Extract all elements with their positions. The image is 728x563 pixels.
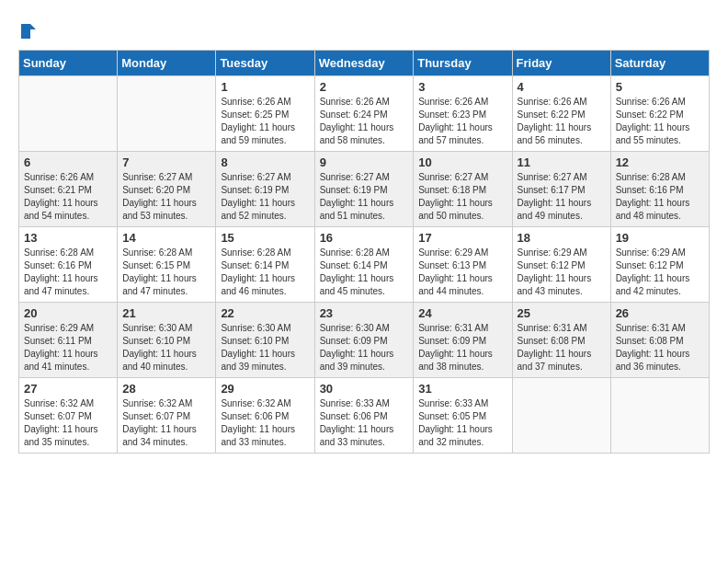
day-number: 15 [221, 231, 309, 245]
calendar-cell [512, 377, 610, 453]
day-number: 8 [221, 155, 309, 169]
logo [18, 18, 38, 40]
day-info: Sunrise: 6:31 AM Sunset: 6:08 PM Dayligh… [518, 322, 606, 373]
weekday-header-sunday: Sunday [19, 50, 118, 75]
day-number: 3 [418, 80, 506, 94]
day-number: 20 [24, 306, 112, 320]
calendar-cell: 7Sunrise: 6:27 AM Sunset: 6:20 PM Daylig… [118, 151, 216, 226]
weekday-header-wednesday: Wednesday [314, 50, 414, 75]
calendar-cell: 14Sunrise: 6:28 AM Sunset: 6:15 PM Dayli… [118, 226, 216, 302]
calendar-cell [118, 75, 216, 151]
day-info: Sunrise: 6:26 AM Sunset: 6:21 PM Dayligh… [24, 171, 112, 223]
day-info: Sunrise: 6:32 AM Sunset: 6:06 PM Dayligh… [221, 397, 309, 449]
calendar-cell: 3Sunrise: 6:26 AM Sunset: 6:23 PM Daylig… [414, 75, 512, 151]
calendar-cell: 23Sunrise: 6:30 AM Sunset: 6:09 PM Dayli… [314, 302, 414, 377]
day-number: 5 [616, 80, 704, 94]
day-number: 27 [24, 382, 112, 396]
day-info: Sunrise: 6:26 AM Sunset: 6:23 PM Dayligh… [418, 96, 506, 147]
calendar-cell: 12Sunrise: 6:28 AM Sunset: 6:16 PM Dayli… [610, 151, 709, 226]
day-number: 22 [221, 306, 309, 320]
day-number: 6 [24, 155, 112, 169]
day-info: Sunrise: 6:28 AM Sunset: 6:14 PM Dayligh… [320, 247, 409, 298]
day-info: Sunrise: 6:29 AM Sunset: 6:11 PM Dayligh… [24, 322, 112, 373]
weekday-header-tuesday: Tuesday [216, 50, 314, 75]
day-number: 4 [518, 80, 606, 94]
weekday-header-thursday: Thursday [414, 50, 512, 75]
logo-icon [19, 22, 38, 40]
day-number: 2 [320, 80, 409, 94]
calendar-cell: 4Sunrise: 6:26 AM Sunset: 6:22 PM Daylig… [512, 75, 610, 151]
page-header [18, 18, 710, 40]
calendar-header-row: SundayMondayTuesdayWednesdayThursdayFrid… [19, 50, 710, 75]
day-info: Sunrise: 6:28 AM Sunset: 6:15 PM Dayligh… [122, 247, 210, 298]
day-info: Sunrise: 6:33 AM Sunset: 6:05 PM Dayligh… [418, 397, 506, 449]
day-number: 11 [518, 155, 606, 169]
day-info: Sunrise: 6:29 AM Sunset: 6:13 PM Dayligh… [418, 247, 506, 298]
day-info: Sunrise: 6:28 AM Sunset: 6:14 PM Dayligh… [221, 247, 309, 298]
calendar-table: SundayMondayTuesdayWednesdayThursdayFrid… [18, 50, 710, 454]
day-number: 7 [122, 155, 210, 169]
calendar-cell: 30Sunrise: 6:33 AM Sunset: 6:06 PM Dayli… [314, 377, 414, 453]
day-info: Sunrise: 6:32 AM Sunset: 6:07 PM Dayligh… [122, 397, 210, 449]
calendar-cell: 13Sunrise: 6:28 AM Sunset: 6:16 PM Dayli… [19, 226, 118, 302]
day-number: 28 [122, 382, 210, 396]
day-number: 13 [24, 231, 112, 245]
day-number: 29 [221, 382, 309, 396]
calendar-cell: 29Sunrise: 6:32 AM Sunset: 6:06 PM Dayli… [216, 377, 314, 453]
day-info: Sunrise: 6:30 AM Sunset: 6:10 PM Dayligh… [122, 322, 210, 373]
calendar-week-row: 6Sunrise: 6:26 AM Sunset: 6:21 PM Daylig… [19, 151, 710, 226]
day-info: Sunrise: 6:27 AM Sunset: 6:19 PM Dayligh… [221, 171, 309, 223]
calendar-cell: 16Sunrise: 6:28 AM Sunset: 6:14 PM Dayli… [314, 226, 414, 302]
day-number: 31 [418, 382, 506, 396]
day-info: Sunrise: 6:26 AM Sunset: 6:22 PM Dayligh… [518, 96, 606, 147]
day-number: 9 [320, 155, 409, 169]
calendar-cell [610, 377, 709, 453]
day-info: Sunrise: 6:27 AM Sunset: 6:18 PM Dayligh… [418, 171, 506, 223]
day-info: Sunrise: 6:27 AM Sunset: 6:20 PM Dayligh… [122, 171, 210, 223]
calendar-cell: 8Sunrise: 6:27 AM Sunset: 6:19 PM Daylig… [216, 151, 314, 226]
calendar-cell: 25Sunrise: 6:31 AM Sunset: 6:08 PM Dayli… [512, 302, 610, 377]
day-number: 24 [418, 306, 506, 320]
day-info: Sunrise: 6:28 AM Sunset: 6:16 PM Dayligh… [616, 171, 704, 223]
day-info: Sunrise: 6:31 AM Sunset: 6:09 PM Dayligh… [418, 322, 506, 373]
calendar-cell: 17Sunrise: 6:29 AM Sunset: 6:13 PM Dayli… [414, 226, 512, 302]
calendar-cell: 11Sunrise: 6:27 AM Sunset: 6:17 PM Dayli… [512, 151, 610, 226]
day-info: Sunrise: 6:33 AM Sunset: 6:06 PM Dayligh… [320, 397, 409, 449]
calendar-week-row: 13Sunrise: 6:28 AM Sunset: 6:16 PM Dayli… [19, 226, 710, 302]
day-info: Sunrise: 6:26 AM Sunset: 6:25 PM Dayligh… [221, 96, 309, 147]
day-number: 17 [418, 231, 506, 245]
calendar-cell [19, 75, 118, 151]
day-number: 16 [320, 231, 409, 245]
calendar-cell: 1Sunrise: 6:26 AM Sunset: 6:25 PM Daylig… [216, 75, 314, 151]
day-info: Sunrise: 6:30 AM Sunset: 6:09 PM Dayligh… [320, 322, 409, 373]
day-info: Sunrise: 6:32 AM Sunset: 6:07 PM Dayligh… [24, 397, 112, 449]
day-number: 18 [518, 231, 606, 245]
calendar-cell: 27Sunrise: 6:32 AM Sunset: 6:07 PM Dayli… [19, 377, 118, 453]
day-number: 14 [122, 231, 210, 245]
day-number: 21 [122, 306, 210, 320]
day-number: 1 [221, 80, 309, 94]
calendar-cell: 21Sunrise: 6:30 AM Sunset: 6:10 PM Dayli… [118, 302, 216, 377]
calendar-cell: 15Sunrise: 6:28 AM Sunset: 6:14 PM Dayli… [216, 226, 314, 302]
calendar-cell: 31Sunrise: 6:33 AM Sunset: 6:05 PM Dayli… [414, 377, 512, 453]
calendar-cell: 20Sunrise: 6:29 AM Sunset: 6:11 PM Dayli… [19, 302, 118, 377]
day-number: 12 [616, 155, 704, 169]
day-info: Sunrise: 6:27 AM Sunset: 6:17 PM Dayligh… [518, 171, 606, 223]
day-info: Sunrise: 6:29 AM Sunset: 6:12 PM Dayligh… [518, 247, 606, 298]
calendar-cell: 5Sunrise: 6:26 AM Sunset: 6:22 PM Daylig… [610, 75, 709, 151]
calendar-cell: 24Sunrise: 6:31 AM Sunset: 6:09 PM Dayli… [414, 302, 512, 377]
day-number: 30 [320, 382, 409, 396]
calendar-week-row: 20Sunrise: 6:29 AM Sunset: 6:11 PM Dayli… [19, 302, 710, 377]
day-info: Sunrise: 6:26 AM Sunset: 6:24 PM Dayligh… [320, 96, 409, 147]
day-number: 25 [518, 306, 606, 320]
weekday-header-monday: Monday [118, 50, 216, 75]
weekday-header-friday: Friday [512, 50, 610, 75]
day-info: Sunrise: 6:30 AM Sunset: 6:10 PM Dayligh… [221, 322, 309, 373]
day-info: Sunrise: 6:31 AM Sunset: 6:08 PM Dayligh… [616, 322, 704, 373]
weekday-header-saturday: Saturday [610, 50, 709, 75]
calendar-cell: 22Sunrise: 6:30 AM Sunset: 6:10 PM Dayli… [216, 302, 314, 377]
calendar-cell: 26Sunrise: 6:31 AM Sunset: 6:08 PM Dayli… [610, 302, 709, 377]
calendar-cell: 10Sunrise: 6:27 AM Sunset: 6:18 PM Dayli… [414, 151, 512, 226]
day-info: Sunrise: 6:27 AM Sunset: 6:19 PM Dayligh… [320, 171, 409, 223]
day-info: Sunrise: 6:29 AM Sunset: 6:12 PM Dayligh… [616, 247, 704, 298]
